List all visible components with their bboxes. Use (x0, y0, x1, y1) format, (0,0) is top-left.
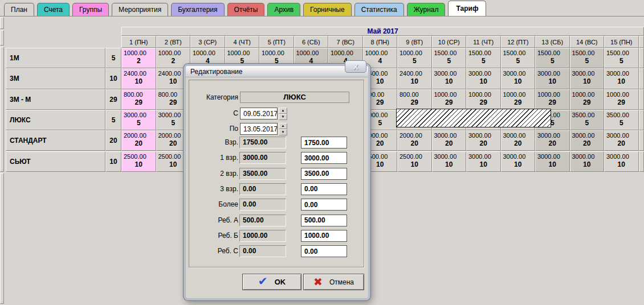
left-splitter-seg3[interactable] (0, 47, 4, 172)
date-to-spin-down-icon[interactable]: ▼ (279, 129, 287, 135)
day-cell[interactable]: 3000.0010 (466, 68, 501, 89)
price-new-input-8[interactable] (301, 245, 347, 257)
cell-price: 1000.00 (191, 48, 225, 56)
cell-price: 3000.00 (502, 131, 535, 139)
day-cell[interactable]: 3000.0010 (535, 68, 570, 89)
cell-count: 29 (122, 98, 156, 106)
price-new-input-1[interactable] (301, 137, 347, 149)
cell-count: 5 (605, 57, 638, 65)
ok-button-label: OK (275, 278, 286, 286)
cell-count: 10 (605, 77, 638, 85)
day-cell[interactable]: 1000.0029 (570, 89, 605, 110)
left-splitter-seg1[interactable] (0, 17, 4, 29)
day-cell[interactable]: 3500.005 (604, 110, 639, 130)
cell-count: 29 (433, 98, 466, 106)
day-cell[interactable]: 3000.0010 (604, 68, 639, 89)
price-label-3: 2 взр. (186, 168, 238, 180)
day-cell[interactable]: 1500.005 (432, 48, 467, 68)
day-cell[interactable]: 1000.0029 (604, 89, 639, 110)
day-cell[interactable]: 2500.0010 (397, 151, 432, 172)
cell-count: 10 (433, 160, 466, 168)
day-cell[interactable]: 800.0029 (121, 89, 156, 110)
day-cell[interactable]: 3000.0020 (432, 130, 467, 151)
price-new-input-3[interactable] (301, 168, 347, 180)
tab-1[interactable]: План (4, 3, 34, 16)
day-header-15: 15 (ПН) (604, 36, 639, 48)
date-to-spin-up-icon[interactable]: ▲ (279, 123, 287, 129)
cell-count: 10 (605, 160, 638, 168)
tab-4[interactable]: Мероприятия (112, 3, 168, 16)
day-cell[interactable]: 3000.0020 (466, 130, 501, 151)
day-cell[interactable]: 2400.0010 (121, 68, 156, 89)
day-header-8: 8 (ПН) (363, 36, 398, 48)
day-cell[interactable]: 2000.0020 (121, 130, 156, 151)
price-new-input-5[interactable] (301, 199, 347, 211)
cell-price: 2500.00 (398, 152, 431, 160)
tab-10[interactable]: Журнал (407, 3, 446, 16)
day-cell[interactable]: 3000.0010 (432, 151, 467, 172)
day-cell[interactable]: 3000.0010 (501, 151, 536, 172)
cell-count: 20 (536, 139, 569, 147)
date-from-spin-up-icon[interactable]: ▲ (279, 108, 287, 114)
day-cell[interactable]: 1500.005 (570, 48, 605, 68)
left-splitter-seg4[interactable] (0, 173, 4, 304)
left-splitter-seg2[interactable] (0, 30, 4, 46)
day-cell[interactable]: 3000.0020 (501, 130, 536, 151)
day-cell[interactable]: 2500.0010 (121, 151, 156, 172)
row-label-3М - М: 3М - М (6, 89, 105, 110)
tab-3[interactable]: Группы (72, 3, 109, 16)
tab-7[interactable]: Архив (267, 3, 300, 16)
row-total-СТАНДАРТ: 20 (105, 130, 121, 151)
price-new-input-2[interactable] (301, 152, 347, 164)
day-cell[interactable]: 3000.005 (121, 110, 156, 130)
day-cell[interactable]: 1500.005 (466, 48, 501, 68)
price-current-3: 3500.00 (239, 168, 286, 180)
cell-price: 1000.00 (536, 90, 569, 98)
date-from-input[interactable] (240, 108, 278, 119)
day-cell[interactable]: 800.0029 (397, 89, 432, 110)
cell-price: 1000.00 (329, 48, 362, 56)
tab-11[interactable]: Тариф (448, 1, 486, 16)
tab-9[interactable]: Статистика (354, 3, 404, 16)
day-cell[interactable]: 1500.005 (535, 48, 570, 68)
day-cell[interactable]: 3000.0010 (501, 68, 536, 89)
day-cell[interactable]: 1000.002 (121, 48, 156, 68)
day-cell[interactable]: 1500.005 (501, 48, 536, 68)
date-from-spin-down-icon[interactable]: ▼ (279, 114, 287, 120)
day-cell[interactable]: 3000.0010 (432, 68, 467, 89)
price-new-input-6[interactable] (301, 215, 347, 226)
cancel-button[interactable]: ✖ Отмена (303, 274, 364, 290)
close-icon[interactable]: X (345, 60, 366, 73)
day-cell[interactable]: 3000.0010 (535, 151, 570, 172)
cell-price: 3000.00 (536, 152, 569, 160)
tab-5[interactable]: Бухгалтерия (171, 3, 224, 16)
day-cell[interactable]: 1000.0029 (466, 89, 501, 110)
tab-8[interactable]: Горничные (303, 3, 352, 16)
day-header-9: 9 (ВТ) (397, 36, 432, 48)
day-cell[interactable]: 3000.0010 (466, 151, 501, 172)
tab-2[interactable]: Счета (37, 3, 70, 16)
day-cell[interactable]: 2400.0010 (397, 68, 432, 89)
cell-count: 20 (122, 139, 156, 147)
day-cell[interactable]: 1500.005 (604, 48, 639, 68)
date-to-input[interactable] (240, 123, 278, 135)
day-cell[interactable]: 1000.0029 (535, 89, 570, 110)
day-cell[interactable]: 1000.005 (397, 48, 432, 68)
day-cell[interactable]: 1000.0029 (432, 89, 467, 110)
cancel-button-label: Отмена (329, 278, 354, 286)
day-cell[interactable]: 1000.0029 (501, 89, 536, 110)
day-cell[interactable]: 3000.0010 (570, 151, 605, 172)
day-cell[interactable]: 3000.0010 (604, 151, 639, 172)
day-cell[interactable]: 3000.0010 (570, 68, 605, 89)
dialog-titlebar[interactable]: Редактирование (186, 66, 368, 77)
app-window: ПланСчетаГруппыМероприятияБухгалтерияОтч… (0, 0, 644, 305)
day-cell[interactable]: 2000.0020 (397, 130, 432, 151)
tab-6[interactable]: Отчёты (227, 3, 265, 16)
price-new-input-7[interactable] (301, 230, 347, 242)
price-new-input-4[interactable] (301, 183, 347, 195)
day-cell[interactable]: 3000.0020 (570, 130, 605, 151)
day-cell[interactable]: 3000.0020 (535, 130, 570, 151)
ok-button[interactable]: ✔ OK (242, 274, 301, 290)
day-cell[interactable]: 3500.005 (570, 110, 605, 130)
day-cell[interactable]: 3000.0020 (604, 130, 639, 151)
